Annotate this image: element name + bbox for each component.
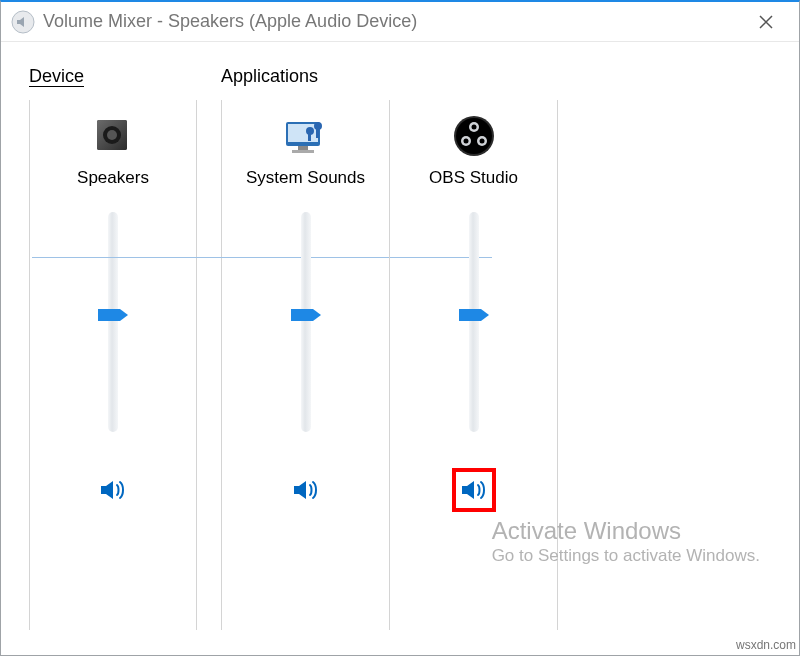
applications-group-label: Applications (221, 66, 771, 90)
svg-point-22 (479, 139, 484, 144)
application-channel: System Sounds (222, 100, 390, 630)
obs-icon[interactable] (452, 112, 496, 160)
svg-rect-8 (298, 146, 308, 150)
device-mute-button[interactable] (93, 470, 133, 510)
svg-rect-11 (316, 126, 319, 138)
application-label: OBS Studio (429, 168, 518, 188)
app-icon (11, 10, 35, 34)
applications-group: Applications (221, 66, 771, 655)
application-mute-button[interactable] (454, 470, 494, 510)
svg-rect-9 (292, 150, 314, 153)
device-group: Device Speakers (29, 66, 197, 655)
svg-marker-14 (291, 309, 321, 321)
speaker-icon[interactable] (91, 112, 135, 160)
svg-point-21 (463, 139, 468, 144)
application-volume-slider[interactable] (459, 212, 489, 432)
system-sounds-icon[interactable] (282, 112, 330, 160)
application-label: System Sounds (246, 168, 365, 188)
svg-marker-23 (459, 309, 489, 321)
source-watermark: wsxdn.com (736, 638, 796, 652)
svg-rect-7 (288, 124, 318, 142)
window-title: Volume Mixer - Speakers (Apple Audio Dev… (43, 11, 743, 32)
svg-point-4 (107, 130, 117, 140)
close-button[interactable] (743, 2, 789, 42)
content-area: Device Speakers (1, 42, 799, 655)
application-volume-slider[interactable] (291, 212, 321, 432)
svg-point-20 (471, 125, 476, 130)
svg-rect-13 (308, 131, 311, 141)
application-mute-button[interactable] (286, 470, 326, 510)
application-channel: OBS Studio (390, 100, 558, 630)
volume-mixer-window: Volume Mixer - Speakers (Apple Audio Dev… (0, 0, 800, 656)
device-volume-slider[interactable] (98, 212, 128, 432)
device-channel: Speakers (30, 100, 196, 630)
empty-channel (558, 100, 726, 630)
svg-marker-5 (98, 309, 128, 321)
device-group-label: Device (29, 66, 84, 87)
titlebar: Volume Mixer - Speakers (Apple Audio Dev… (1, 2, 799, 42)
device-label: Speakers (77, 168, 149, 188)
